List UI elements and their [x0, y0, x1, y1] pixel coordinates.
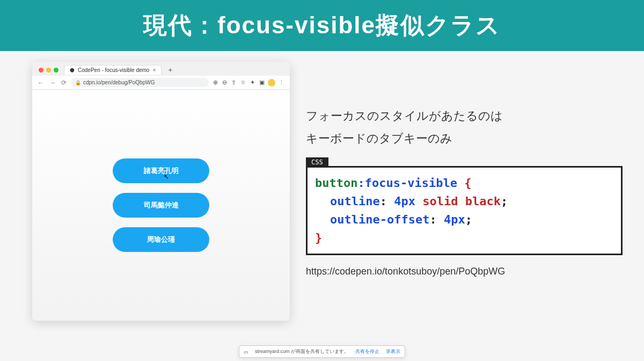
tab-title: CodePen - focus-visible demo — [78, 67, 149, 73]
slide-body: ⬢ CodePen - focus-visible demo × + ← → ⟳… — [0, 51, 644, 361]
code-content: button:focus-visible { outline: 4px soli… — [306, 166, 623, 255]
devices-icon[interactable]: ▣ — [258, 79, 266, 86]
share-arrow-icon: ▭ — [244, 349, 248, 355]
zoom-icon[interactable]: ⊖ — [221, 79, 228, 86]
close-dot-icon[interactable] — [39, 68, 43, 73]
close-icon[interactable]: × — [152, 67, 156, 73]
code-block: CSS button:focus-visible { outline: 4px … — [306, 166, 623, 255]
description-text: フォーカスのスタイルがあたるのは キーボードのタブキーのみ — [306, 105, 623, 150]
page-content: ↖ 諸葛亮孔明 司馬懿仲達 周瑜公瑾 — [32, 90, 290, 321]
traffic-lights — [36, 68, 61, 73]
share-message: streamyard.com が画面を共有しています。 — [255, 348, 349, 355]
avatar-icon[interactable] — [268, 79, 275, 86]
stop-sharing-button[interactable]: 共有を停止 — [355, 348, 379, 355]
browser-window: ⬢ CodePen - focus-visible demo × + ← → ⟳… — [32, 62, 290, 321]
share-icon[interactable]: ⇪ — [230, 79, 237, 86]
new-tab-button[interactable]: + — [165, 66, 175, 74]
forward-icon[interactable]: → — [48, 79, 57, 86]
back-icon[interactable]: ← — [36, 79, 45, 86]
demo-button-2[interactable]: 司馬懿仲達 — [113, 193, 209, 218]
source-url: https://codepen.io/tonkotsuboy/pen/PoQbp… — [306, 266, 623, 277]
lock-icon: 🔒 — [75, 80, 81, 85]
bookmark-icon[interactable]: ☆ — [239, 79, 247, 86]
extensions-icon[interactable]: ✦ — [249, 79, 256, 86]
code-language-label: CSS — [306, 157, 328, 167]
address-text: cdpn.io/pen/debug/PoQbpWG — [83, 80, 155, 85]
codepen-icon: ⬢ — [70, 67, 75, 73]
browser-tab[interactable]: ⬢ CodePen - focus-visible demo × — [64, 65, 162, 75]
cursor-icon: ↖ — [164, 173, 169, 180]
reload-icon[interactable]: ⟳ — [60, 79, 68, 86]
screen-share-bar: ▭ streamyard.com が画面を共有しています。 共有を停止 非表示 — [239, 345, 405, 358]
demo-button-1[interactable]: 諸葛亮孔明 — [113, 158, 209, 183]
hide-button[interactable]: 非表示 — [386, 348, 400, 355]
address-bar[interactable]: 🔒 cdpn.io/pen/debug/PoQbpWG — [71, 78, 209, 87]
minimize-dot-icon[interactable] — [46, 68, 51, 73]
browser-chrome: ⬢ CodePen - focus-visible demo × + ← → ⟳… — [32, 62, 290, 90]
demo-button-3[interactable]: 周瑜公瑾 — [113, 227, 209, 252]
translate-icon[interactable]: ⊕ — [212, 79, 219, 86]
zoom-dot-icon[interactable] — [54, 68, 58, 73]
menu-icon[interactable]: ⋮ — [277, 79, 286, 86]
slide-title: 現代：focus-visible擬似クラス — [0, 0, 644, 51]
